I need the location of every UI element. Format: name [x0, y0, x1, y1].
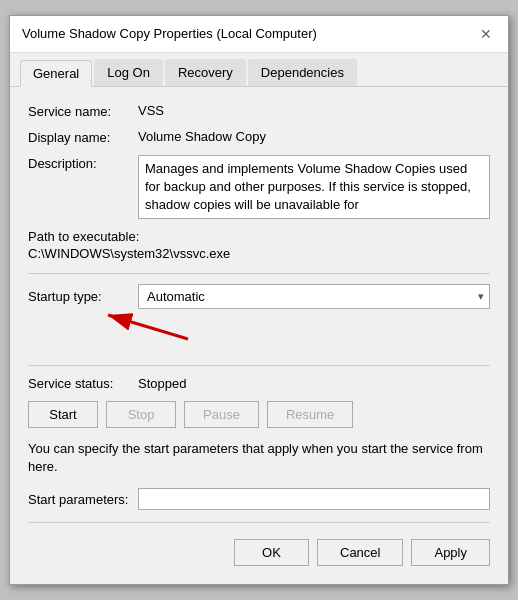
apply-button[interactable]: Apply — [411, 539, 490, 566]
description-value: Manages and implements Volume Shadow Cop… — [138, 155, 490, 220]
params-row: Start parameters: — [28, 488, 490, 510]
path-label: Path to executable: — [28, 229, 490, 244]
service-buttons-row: Start Stop Pause Resume — [28, 401, 490, 428]
cancel-button[interactable]: Cancel — [317, 539, 403, 566]
description-row: Description: Manages and implements Volu… — [28, 155, 490, 220]
window-title: Volume Shadow Copy Properties (Local Com… — [22, 26, 317, 41]
tab-bar: General Log On Recovery Dependencies — [10, 53, 508, 87]
divider-1 — [28, 273, 490, 274]
service-name-value: VSS — [138, 103, 490, 118]
display-name-value: Volume Shadow Copy — [138, 129, 490, 144]
startup-select-wrapper: Automatic Manual Disabled ▾ — [138, 284, 490, 309]
tab-recovery[interactable]: Recovery — [165, 59, 246, 86]
tab-general[interactable]: General — [20, 60, 92, 87]
tab-content: Service name: VSS Display name: Volume S… — [10, 87, 508, 585]
divider-2 — [28, 365, 490, 366]
properties-window: Volume Shadow Copy Properties (Local Com… — [9, 15, 509, 586]
resume-button[interactable]: Resume — [267, 401, 353, 428]
service-status-row: Service status: Stopped — [28, 376, 490, 391]
red-arrow-icon — [88, 307, 208, 345]
service-name-label: Service name: — [28, 103, 138, 119]
info-text: You can specify the start parameters tha… — [28, 440, 490, 476]
title-bar: Volume Shadow Copy Properties (Local Com… — [10, 16, 508, 53]
startup-type-select[interactable]: Automatic Manual Disabled — [138, 284, 490, 309]
path-section: Path to executable: C:\WINDOWS\system32\… — [28, 229, 490, 261]
arrow-annotation — [28, 317, 490, 355]
service-name-row: Service name: VSS — [28, 103, 490, 119]
service-status-value: Stopped — [138, 376, 186, 391]
tab-dependencies[interactable]: Dependencies — [248, 59, 357, 86]
display-name-label: Display name: — [28, 129, 138, 145]
divider-3 — [28, 522, 490, 523]
service-status-label: Service status: — [28, 376, 138, 391]
start-button[interactable]: Start — [28, 401, 98, 428]
close-button[interactable]: ✕ — [476, 24, 496, 44]
start-parameters-input[interactable] — [138, 488, 490, 510]
params-label: Start parameters: — [28, 492, 138, 507]
ok-button[interactable]: OK — [234, 539, 309, 566]
startup-row: Startup type: Automatic Manual Disabled … — [28, 284, 490, 309]
tab-logon[interactable]: Log On — [94, 59, 163, 86]
pause-button[interactable]: Pause — [184, 401, 259, 428]
path-value: C:\WINDOWS\system32\vssvc.exe — [28, 246, 490, 261]
svg-line-1 — [108, 315, 188, 339]
startup-label: Startup type: — [28, 289, 138, 304]
display-name-row: Display name: Volume Shadow Copy — [28, 129, 490, 145]
description-label: Description: — [28, 155, 138, 171]
stop-button[interactable]: Stop — [106, 401, 176, 428]
action-buttons: OK Cancel Apply — [28, 533, 490, 568]
